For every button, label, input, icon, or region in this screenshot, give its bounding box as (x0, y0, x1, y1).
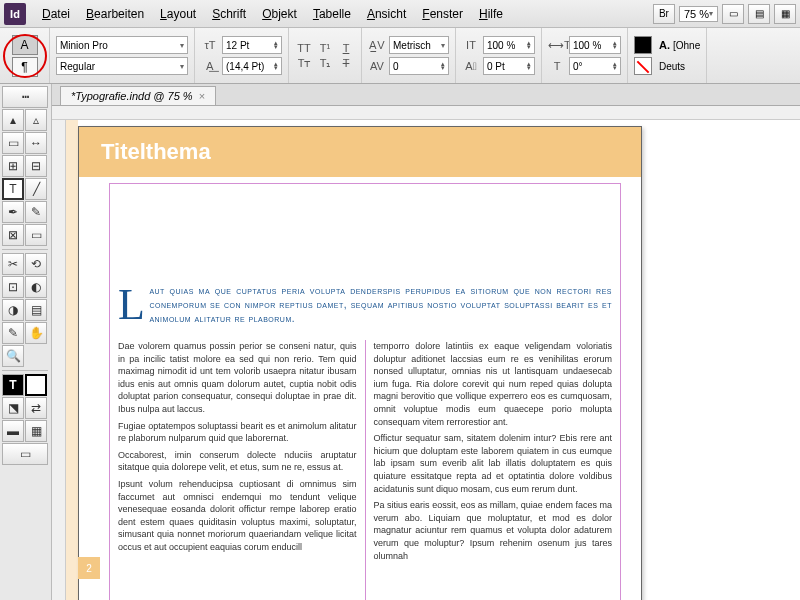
header-title[interactable]: Titelthema (101, 139, 211, 165)
column-2[interactable]: temporro dolore latintiis ex eaque velig… (366, 340, 621, 600)
gradient-swatch-tool[interactable]: ◐ (25, 276, 47, 298)
stroke-color[interactable] (25, 374, 47, 396)
transform-tool[interactable]: ⟲ (25, 253, 47, 275)
view-mode-toggle[interactable]: ▭ (2, 443, 48, 465)
document-tab-label: *Typografie.indd @ 75 % (71, 90, 193, 102)
body-text: Fugiae optatempos soluptassi bearit es e… (118, 420, 357, 445)
font-style-combo[interactable]: Regular▾ (56, 57, 188, 75)
body-text: Pa sitius earis eossit, eos as millam, q… (374, 499, 613, 562)
app-icon: Id (4, 3, 26, 25)
kerning-icon: A̲V (368, 39, 386, 52)
gap-tool[interactable]: ↔ (25, 132, 47, 154)
content-collector-tool[interactable]: ⊞ (2, 155, 24, 177)
page-tool[interactable]: ▭ (2, 132, 24, 154)
pen-tool[interactable]: ✒ (2, 201, 24, 223)
leading-combo[interactable]: (14,4 Pt)▴▾ (222, 57, 282, 75)
fill-color[interactable]: T (2, 374, 24, 396)
skew-combo[interactable]: 0°▴▾ (569, 57, 621, 75)
fill-swatch[interactable] (634, 36, 652, 54)
text-frame[interactable]: L aut quias ma que cuptatus peria volupt… (109, 183, 621, 600)
vscale-combo[interactable]: 100 %▴▾ (483, 36, 535, 54)
pencil-tool[interactable]: ✎ (25, 201, 47, 223)
menu-layout[interactable]: Layout (152, 4, 204, 24)
font-size-combo[interactable]: 12 Pt▴▾ (222, 36, 282, 54)
body-text: Occaborest, imin conserum dolecte nducii… (118, 449, 357, 474)
hand-tool[interactable]: ✋ (25, 322, 47, 344)
baseline-icon: Aͣ (462, 60, 480, 72)
menu-objekt[interactable]: Objekt (254, 4, 305, 24)
menu-fenster[interactable]: Fenster (414, 4, 471, 24)
zoom-tool[interactable]: 🔍 (2, 345, 24, 367)
direct-selection-tool[interactable]: ▵ (25, 109, 47, 131)
menu-schrift[interactable]: Schrift (204, 4, 254, 24)
gradient-feather-tool[interactable]: ◑ (2, 299, 24, 321)
apply-color[interactable]: ▬ (2, 420, 24, 442)
swap-colors[interactable]: ⇄ (25, 397, 47, 419)
font-style-value: Regular (60, 61, 95, 72)
menu-tabelle[interactable]: Tabelle (305, 4, 359, 24)
menu-datei[interactable]: Datei (34, 4, 78, 24)
hscale-combo[interactable]: 100 %▴▾ (569, 36, 621, 54)
content-placer-tool[interactable]: ⊟ (25, 155, 47, 177)
superscript-icon[interactable]: T¹ (316, 42, 334, 54)
font-family-combo[interactable]: Minion Pro▾ (56, 36, 188, 54)
arrange-icon[interactable]: ▦ (774, 4, 796, 24)
tracking-value: 0 (393, 61, 399, 72)
tracking-icon: A͏V (368, 60, 386, 72)
strike-icon[interactable]: T (337, 57, 355, 69)
header-band: Titelthema (79, 127, 641, 177)
intro-text: aut quias ma que cuptatus peria volupta … (149, 285, 612, 324)
body-text: Dae volorem quamus possin perior se cons… (118, 340, 357, 416)
para-mode-button[interactable]: ¶ (12, 57, 38, 77)
rect-frame-tool[interactable]: ⊠ (2, 224, 24, 246)
stroke-swatch[interactable] (634, 57, 652, 75)
smallcaps-icon[interactable]: Tᴛ (295, 57, 313, 70)
char-mode-button[interactable]: A (12, 35, 38, 55)
skew-icon: T (548, 60, 566, 72)
dropcap: L (118, 284, 149, 324)
font-size-icon: τT (201, 39, 219, 51)
toolbox: ┅ ▴ ▵ ▭ ↔ ⊞ ⊟ T ╱ ✒ ✎ ⊠ ▭ ✂ ⟲ ⊡ ◐ ◑ ▤ ✎ … (0, 84, 52, 600)
underline-icon[interactable]: T (337, 42, 355, 54)
line-tool[interactable]: ╱ (25, 178, 47, 200)
apply-gradient[interactable]: ▦ (25, 420, 47, 442)
intro-paragraph[interactable]: L aut quias ma que cuptatus peria volupt… (110, 184, 620, 336)
screen-mode-icon[interactable]: ▤ (748, 4, 770, 24)
note-tool[interactable]: ▤ (25, 299, 47, 321)
type-tool[interactable]: T (2, 178, 24, 200)
tracking-combo[interactable]: 0▴▾ (389, 57, 449, 75)
eyedropper-tool[interactable]: ✎ (2, 322, 24, 344)
font-family-value: Minion Pro (60, 40, 108, 51)
selection-tool[interactable]: ▴ (2, 109, 24, 131)
menu-bearbeiten[interactable]: Bearbeiten (78, 4, 152, 24)
menu-ansicht[interactable]: Ansicht (359, 4, 414, 24)
toolbox-grip[interactable]: ┅ (2, 86, 48, 108)
free-transform-tool[interactable]: ⊡ (2, 276, 24, 298)
rect-tool[interactable]: ▭ (25, 224, 47, 246)
zoom-level[interactable]: 75 %▾ (679, 6, 718, 22)
column-1[interactable]: Dae volorem quamus possin perior se cons… (110, 340, 366, 600)
language-label[interactable]: Deuts (659, 61, 685, 72)
view-mode-icon[interactable]: ▭ (722, 4, 744, 24)
default-colors[interactable]: ⬔ (2, 397, 24, 419)
bridge-button[interactable]: Br (653, 4, 675, 24)
baseline-combo[interactable]: 0 Pt▴▾ (483, 57, 535, 75)
hscale-value: 100 % (573, 40, 601, 51)
scissors-tool[interactable]: ✂ (2, 253, 24, 275)
zoom-value: 75 % (684, 8, 709, 20)
menu-hilfe[interactable]: Hilfe (471, 4, 511, 24)
body-text: temporro dolore latintiis ex eaque velig… (374, 340, 613, 428)
canvas[interactable]: Titelthema 2 L aut quias ma que cuptatus… (66, 120, 800, 600)
ruler-vertical[interactable] (52, 120, 66, 600)
skew-value: 0° (573, 61, 583, 72)
ruler-horizontal[interactable] (52, 106, 800, 120)
close-tab-icon[interactable]: × (199, 90, 205, 102)
allcaps-icon[interactable]: TT (295, 42, 313, 54)
char-styles-icon[interactable]: A. (659, 39, 670, 51)
hscale-icon: ⟷T (548, 39, 566, 52)
subscript-icon[interactable]: T₁ (316, 57, 334, 70)
vscale-value: 100 % (487, 40, 515, 51)
kerning-value: Metrisch (393, 40, 431, 51)
document-tab[interactable]: *Typografie.indd @ 75 % × (60, 86, 216, 105)
kerning-combo[interactable]: Metrisch▾ (389, 36, 449, 54)
